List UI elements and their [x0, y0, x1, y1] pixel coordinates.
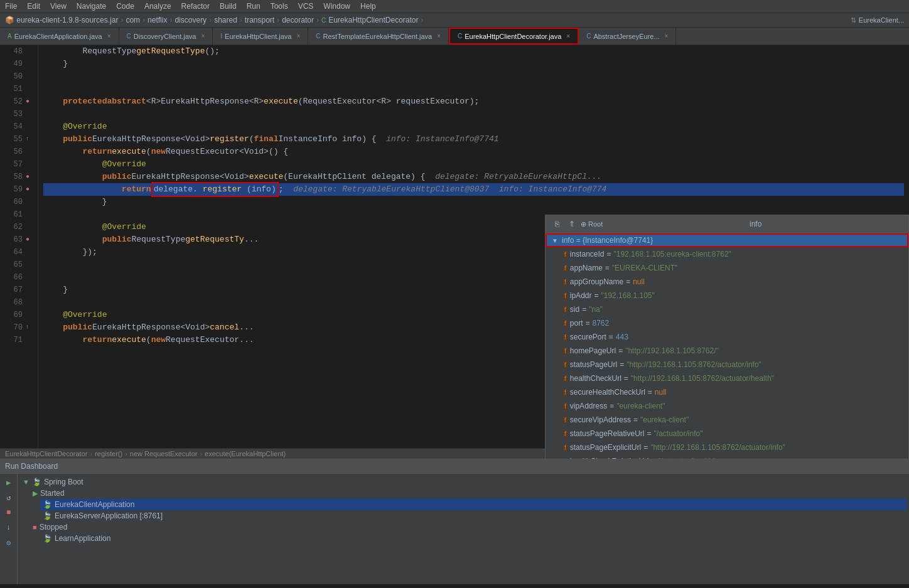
menu-window[interactable]: Window: [323, 2, 350, 11]
code-line-55: public EurekaHttpResponse<Void> register…: [43, 133, 904, 146]
debug-row-sid[interactable]: f sid = "na": [546, 302, 908, 316]
debug-row-vipAddress[interactable]: f vipAddress = "eureka-client": [546, 399, 908, 413]
debug-row-statusPageRelativeUrl[interactable]: f statusPageRelativeUrl = "/actuator/inf…: [546, 427, 908, 441]
debug-row-statusPageExplicitUrl[interactable]: f statusPageExplicitUrl = "http://192.16…: [546, 441, 908, 454]
line-70: 70 ↑: [5, 321, 33, 334]
debug-row-root[interactable]: ▼ info = {InstanceInfo@7741}: [546, 233, 908, 247]
rerun-btn[interactable]: ↺: [3, 491, 15, 504]
breadcrumb-execute[interactable]: execute(EurekaHttpClient): [205, 450, 286, 457]
tab-discovery-client[interactable]: C DiscoveryClient.java ×: [119, 28, 213, 45]
tab-close[interactable]: ×: [566, 33, 570, 40]
expand-arrow[interactable]: ▼: [552, 237, 559, 244]
breakpoint-63[interactable]: ●: [23, 233, 33, 246]
tab-close[interactable]: ×: [201, 33, 205, 40]
run-btn[interactable]: ▶: [3, 476, 15, 489]
menu-navigate[interactable]: Navigate: [77, 2, 106, 11]
line-69: 69: [5, 309, 33, 321]
tree-spring-boot[interactable]: ▼ 🍃 Spring Boot: [20, 476, 906, 488]
debug-row-healthCheckUrl[interactable]: f healthCheckUrl = "http://192.168.1.105…: [546, 372, 908, 385]
started-icon: ▶: [33, 489, 38, 498]
debug-row-homePageUrl[interactable]: f homePageUrl = "http://192.168.1.105:87…: [546, 344, 908, 358]
tab-icon-blue: I: [220, 33, 222, 40]
line-59: 59 ●: [5, 183, 33, 196]
tab-close[interactable]: ×: [107, 33, 111, 40]
tab-eureka-http-client[interactable]: I EurekaHttpClient.java ×: [213, 28, 308, 45]
line-62: 62: [5, 221, 33, 233]
down-btn[interactable]: ↓: [3, 521, 15, 534]
code-line-59: return delegate. register (info) ; deleg…: [43, 183, 904, 196]
tab-close[interactable]: ×: [437, 33, 441, 40]
tree-learn-app[interactable]: 🍃 LearnApplication: [40, 533, 906, 544]
breakpoint-59[interactable]: ●: [23, 183, 33, 196]
breadcrumb-method[interactable]: register(): [95, 450, 122, 457]
field-icon: f: [563, 389, 567, 396]
code-line-56: return execute ( new RequestExecutor<Voi…: [43, 146, 904, 158]
tab-close[interactable]: ×: [296, 33, 300, 40]
menu-help[interactable]: Help: [360, 2, 376, 11]
tab-rest-template[interactable]: C RestTemplateEurekaHttpClient.java ×: [308, 28, 449, 45]
menu-bar: File Edit View Navigate Code Analyze Ref…: [0, 0, 909, 13]
line-53: 53: [5, 108, 33, 120]
spring-boot-icon: ▼: [23, 478, 30, 486]
tree-eureka-server-app[interactable]: 🍃 EurekaServerApplication [:8761]: [40, 510, 906, 521]
eureka-client-app-icon: 🍃: [43, 500, 52, 509]
line-54: 54: [5, 120, 33, 133]
field-icon: f: [563, 348, 567, 355]
field-icon: f: [563, 403, 567, 410]
tab-eureka-client-application[interactable]: A EurekaClientApplication.java ×: [0, 28, 119, 45]
tree-btn[interactable]: ⇑: [566, 218, 578, 230]
debug-row-appGroupName[interactable]: f appGroupName = null: [546, 275, 908, 289]
eureka-server-app-icon: 🍃: [43, 511, 52, 520]
debug-row-appName[interactable]: f appName = "EUREKA-CLIENT": [546, 261, 908, 275]
line-57: 57: [5, 158, 33, 171]
copy-btn[interactable]: ⎘: [551, 218, 563, 230]
debug-row-secureHealthCheckUrl[interactable]: f secureHealthCheckUrl = null: [546, 385, 908, 399]
menu-analyze[interactable]: Analyze: [144, 2, 171, 11]
menu-file[interactable]: File: [5, 2, 17, 11]
debug-row-secureVipAddress[interactable]: f secureVipAddress = "eureka-client": [546, 413, 908, 427]
run-dashboard-title: Run Dashboard: [5, 462, 58, 471]
stop-btn[interactable]: ■: [3, 506, 15, 519]
tab-abstract-jersey[interactable]: C AbstractJerseyEure... ×: [579, 28, 676, 45]
debug-row-healthCheckRelativeUrl[interactable]: f healthCheckRelativeUrl = "/actuator/he…: [546, 454, 908, 459]
debug-tree[interactable]: ▼ info = {InstanceInfo@7741} f instanceI…: [546, 233, 908, 459]
breadcrumb-class[interactable]: EurekaHttpClientDecorator: [5, 450, 87, 457]
eureka-client-label: EurekaClient...: [859, 16, 904, 24]
tab-close[interactable]: ×: [665, 33, 669, 40]
menu-code[interactable]: Code: [116, 2, 134, 11]
breakpoint-58[interactable]: ●: [23, 171, 33, 183]
tree-eureka-client-app[interactable]: 🍃 EurekaClientApplication: [40, 499, 906, 510]
debug-row-securePort[interactable]: f securePort = 443: [546, 330, 908, 344]
debug-row-ipAddr[interactable]: f ipAddr = "192.168.1.105": [546, 289, 908, 302]
tab-icon-green: A: [8, 33, 12, 40]
sort-icon[interactable]: ⇅: [851, 16, 856, 24]
menu-view[interactable]: View: [50, 2, 67, 11]
menu-refactor[interactable]: Refactor: [181, 2, 210, 11]
menu-vcs[interactable]: VCS: [298, 2, 314, 11]
menu-build[interactable]: Build: [220, 2, 237, 11]
debug-row-statusPageUrl[interactable]: f statusPageUrl = "http://192.168.1.105:…: [546, 358, 908, 372]
menu-edit[interactable]: Edit: [27, 2, 40, 11]
breadcrumb-anon[interactable]: new RequestExecutor: [130, 450, 198, 457]
field-icon: f: [563, 320, 567, 327]
settings-btn[interactable]: ⚙: [3, 537, 15, 549]
breakpoint-52[interactable]: ●: [23, 95, 33, 108]
menu-run[interactable]: Run: [247, 2, 261, 11]
code-line-50: [43, 70, 904, 83]
breadcrumb-jar[interactable]: 📦 eureka-client-1.9.8-sources.jar: [5, 16, 118, 24]
line-64: 64: [5, 246, 33, 259]
tree-stopped[interactable]: ■ Stopped: [30, 521, 906, 533]
field-icon: f: [563, 334, 567, 341]
debug-row-port[interactable]: f port = 8762: [546, 316, 908, 330]
tree-started[interactable]: ▶ Started: [30, 488, 906, 499]
debug-popup-title: info: [608, 220, 903, 228]
field-icon: f: [563, 430, 567, 437]
code-line-58: public EurekaHttpResponse<Void> execute …: [43, 171, 904, 183]
tab-eureka-http-client-decorator[interactable]: C EurekaHttpClientDecorator.java ×: [449, 28, 579, 45]
menu-tools[interactable]: Tools: [271, 2, 288, 11]
bottom-panel-header: Run Dashboard: [0, 459, 909, 474]
bottom-left-toolbar: ▶ ↺ ■ ↓ ⚙: [0, 474, 18, 584]
bottom-panel: Run Dashboard ▶ ↺ ■ ↓ ⚙ ▼ 🍃 Spring Boot …: [0, 459, 909, 584]
tab-icon-blue: C: [127, 33, 131, 40]
debug-row-instanceId[interactable]: f instanceId = "192.168.1.105:eureka-cli…: [546, 247, 908, 261]
